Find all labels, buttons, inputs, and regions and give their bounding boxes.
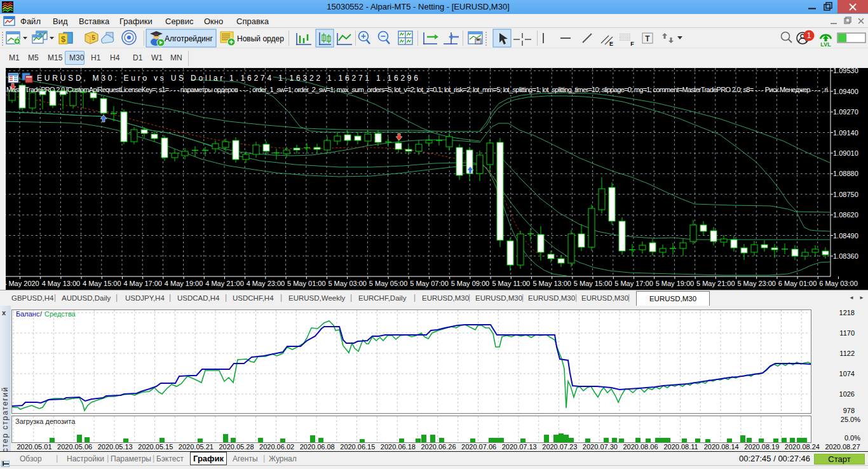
- svg-text:1170: 1170: [839, 329, 855, 337]
- svg-text:F: F: [630, 41, 634, 47]
- svg-text:Загрузка депозита: Загрузка депозита: [15, 418, 76, 425]
- svg-text:2020.08.06: 2020.08.06: [623, 443, 658, 451]
- svg-text:4 May 15:00: 4 May 15:00: [83, 280, 121, 287]
- svg-text:2020.08.24: 2020.08.24: [785, 443, 820, 451]
- svg-text:25.0%: 25.0%: [841, 416, 860, 423]
- svg-text:5 May 17:00: 5 May 17:00: [614, 280, 653, 287]
- svg-text:5 May 05:00: 5 May 05:00: [369, 280, 408, 287]
- svg-text:2020.07.13: 2020.07.13: [502, 443, 537, 451]
- svg-text:Баланс: Баланс: [16, 310, 40, 318]
- svg-text:1: 1: [807, 31, 811, 40]
- svg-text:2020.06.02: 2020.06.02: [259, 443, 294, 451]
- svg-text:6 May 01:00: 6 May 01:00: [778, 280, 817, 287]
- svg-text:4 May 13:00: 4 May 13:00: [42, 280, 81, 287]
- svg-text:2020.06.26: 2020.06.26: [421, 443, 456, 451]
- svg-text:6 May 03:00: 6 May 03:00: [819, 280, 858, 287]
- svg-text:1026: 1026: [839, 390, 855, 398]
- svg-text:2020.06.08: 2020.06.08: [300, 443, 335, 451]
- svg-text:E: E: [609, 41, 613, 47]
- svg-text:2020.07.23: 2020.07.23: [542, 443, 577, 451]
- svg-text:2020.05.21: 2020.05.21: [179, 443, 214, 451]
- svg-text:2020.05.15: 2020.05.15: [138, 443, 173, 451]
- svg-text:2020.08.27: 2020.08.27: [825, 443, 860, 451]
- svg-text:4 May 21:00: 4 May 21:00: [205, 280, 244, 287]
- svg-text:2020.05.28: 2020.05.28: [219, 443, 254, 451]
- svg-text:5 May 23:00: 5 May 23:00: [737, 280, 776, 287]
- svg-text:MasterTradePRO 2.0 [CustomApiR: MasterTradePRO 2.0 [CustomApiRequestLice…: [6, 86, 828, 93]
- svg-text:5 May 01:00: 5 May 01:00: [287, 280, 326, 287]
- svg-text:Средства: Средства: [44, 310, 76, 318]
- svg-text:1.09140: 1.09140: [833, 129, 858, 137]
- svg-text:1.08880: 1.08880: [833, 170, 858, 177]
- svg-text:1.08620: 1.08620: [833, 211, 858, 219]
- svg-text:1.08490: 1.08490: [833, 232, 858, 240]
- svg-text:4 May 17:00: 4 May 17:00: [123, 280, 162, 287]
- svg-text:T: T: [645, 34, 650, 43]
- svg-text:1.09010: 1.09010: [833, 149, 858, 157]
- svg-text:4 May 19:00: 4 May 19:00: [165, 280, 203, 287]
- svg-text:1.09530: 1.09530: [833, 68, 858, 74]
- svg-text:5 May 19:00: 5 May 19:00: [656, 280, 695, 287]
- svg-text:1.08750: 1.08750: [833, 191, 858, 198]
- svg-text:2020.08.11: 2020.08.11: [663, 443, 698, 451]
- svg-text:978: 978: [843, 407, 855, 414]
- svg-text:2020.05.01: 2020.05.01: [17, 443, 51, 451]
- svg-text:1218: 1218: [839, 309, 855, 316]
- svg-text:5 May 13:00: 5 May 13:00: [532, 280, 571, 287]
- svg-text:2020.08.19: 2020.08.19: [744, 443, 779, 451]
- svg-text:1.09400: 1.09400: [833, 88, 858, 95]
- svg-text:1074: 1074: [839, 370, 855, 377]
- svg-text:2020.07.06: 2020.07.06: [461, 443, 496, 451]
- svg-text:4 May 23:00: 4 May 23:00: [247, 280, 285, 287]
- svg-text:2020.07.30: 2020.07.30: [583, 443, 618, 451]
- svg-text:2020.08.14: 2020.08.14: [704, 443, 739, 451]
- svg-text:5 May 09:00: 5 May 09:00: [451, 280, 490, 287]
- svg-text:5 May 07:00: 5 May 07:00: [410, 280, 449, 287]
- svg-text:0.0%: 0.0%: [844, 434, 860, 442]
- svg-text:2020.06.18: 2020.06.18: [381, 443, 416, 451]
- svg-text:5 May 21:00: 5 May 21:00: [696, 280, 735, 287]
- svg-text:2020.06.15: 2020.06.15: [340, 443, 375, 451]
- svg-text:$: $: [61, 34, 66, 44]
- svg-text:2020.05.13: 2020.05.13: [98, 443, 133, 451]
- svg-text:1.08360: 1.08360: [833, 252, 858, 260]
- svg-text:5 May 11:00: 5 May 11:00: [492, 280, 530, 287]
- svg-text:/: /: [40, 310, 43, 318]
- svg-text:2020.05.06: 2020.05.06: [57, 443, 92, 451]
- svg-text:1122: 1122: [839, 350, 855, 357]
- svg-text:5 May 03:00: 5 May 03:00: [328, 280, 367, 287]
- svg-text:5 May 15:00: 5 May 15:00: [574, 280, 613, 287]
- svg-text:LVL: LVL: [820, 41, 831, 48]
- svg-text:1.09270: 1.09270: [833, 108, 858, 116]
- svg-text:4 May 2020: 4 May 2020: [3, 280, 39, 287]
- svg-text:5: 5: [92, 34, 95, 41]
